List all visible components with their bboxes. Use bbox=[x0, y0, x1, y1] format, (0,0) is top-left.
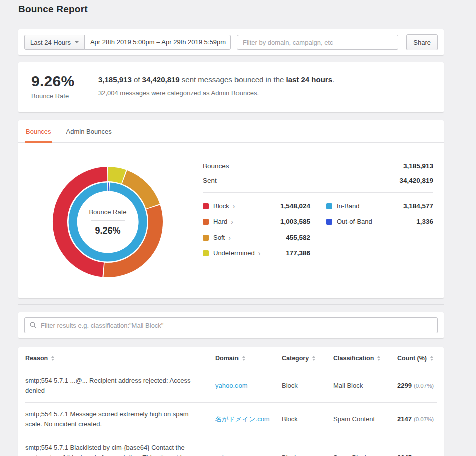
donut-segment-in-band[interactable] bbox=[73, 187, 143, 257]
chevron-right-icon[interactable]: › bbox=[231, 218, 233, 225]
domain-link[interactable]: 名がドメイン.com bbox=[215, 415, 270, 423]
classification-cell: Spam Block bbox=[333, 453, 397, 456]
chevron-right-icon[interactable]: › bbox=[233, 203, 235, 210]
legend-item-out-of-band: Out-of-Band 1,336 bbox=[326, 214, 433, 230]
date-range-field[interactable]: Apr 28th 2019 5:00pm – Apr 29th 2019 5:5… bbox=[84, 35, 231, 50]
column-header-classification[interactable]: Classification bbox=[333, 355, 397, 362]
chart-section: Bounce Rate 9.26% Bounces 3,185,913 Sent… bbox=[18, 143, 444, 298]
share-button[interactable]: Share bbox=[406, 34, 438, 50]
chevron-right-icon[interactable]: › bbox=[228, 234, 231, 241]
block-swatch bbox=[203, 203, 209, 209]
count-cell: 2299(0.07%) bbox=[397, 381, 437, 391]
bounce-donut-chart[interactable]: Bounce Rate 9.26% bbox=[52, 166, 164, 278]
date-range-preset-button[interactable]: Last 24 Hours bbox=[24, 35, 85, 50]
reason-cell: smtp;554 5.7.1 Blacklisted by cim-{base6… bbox=[25, 443, 215, 456]
table-row: smtp;554 5.7.1 Blacklisted by cim-{base6… bbox=[25, 436, 437, 456]
out-of-band-swatch bbox=[326, 219, 332, 225]
sort-icon[interactable] bbox=[51, 356, 54, 361]
sent-total-row: Sent 34,420,819 bbox=[203, 173, 433, 188]
donut-segment-undetermined[interactable] bbox=[108, 174, 124, 177]
category-legend: Block › 1,548,024 Hard › 1,003,585 bbox=[203, 198, 310, 261]
category-cell: Block bbox=[282, 381, 333, 391]
classification-cell: Mail Block bbox=[333, 381, 397, 391]
sort-icon[interactable] bbox=[312, 356, 315, 361]
tab-admin-bounces[interactable]: Admin Bounces bbox=[66, 120, 112, 143]
sort-icon[interactable] bbox=[242, 356, 245, 361]
hard-swatch bbox=[203, 219, 209, 225]
report-toolbar: Last 24 Hours Apr 28th 2019 5:00pm – Apr… bbox=[18, 29, 444, 55]
legend-item-in-band: In-Band 3,184,577 bbox=[326, 198, 433, 214]
date-range-preset-label: Last 24 Hours bbox=[30, 39, 71, 46]
table-header-row: Reason Domain Category Classification Co… bbox=[25, 347, 437, 369]
soft-swatch bbox=[203, 235, 209, 241]
domain-cell: 名がドメイン.com bbox=[215, 414, 282, 424]
bounce-rate-label: Bounce Rate bbox=[31, 92, 98, 100]
sort-icon[interactable] bbox=[430, 356, 433, 361]
count-cell: 2147(0.07%) bbox=[397, 414, 437, 424]
summary-line-1: 3,185,913 of 34,420,819 sent messages bo… bbox=[98, 75, 334, 84]
bounce-rate-block: 9.26% Bounce Rate bbox=[31, 73, 98, 100]
chart-legend: Bounces 3,185,913 Sent 34,420,819 Block … bbox=[203, 159, 433, 278]
category-cell: Block bbox=[282, 414, 333, 424]
column-header-count[interactable]: Count (%) bbox=[397, 355, 437, 362]
legend-grid: Block › 1,548,024 Hard › 1,003,585 bbox=[203, 198, 433, 261]
admin-bounces-line: 32,004 messages were categorized as Admi… bbox=[98, 89, 334, 97]
reason-cell: smtp;554 5.7.1 Message scored extremely … bbox=[25, 409, 215, 429]
count-cell: 2045(0.06%) bbox=[397, 453, 437, 456]
results-filter-input[interactable] bbox=[24, 317, 438, 333]
undetermined-swatch bbox=[203, 250, 209, 256]
legend-item-undetermined[interactable]: Undetermined › 177,386 bbox=[203, 245, 310, 261]
type-legend: In-Band 3,184,577 Out-of-Band 1,336 bbox=[326, 198, 433, 261]
tab-bounces[interactable]: Bounces bbox=[25, 120, 52, 143]
page-title: Bounce Report bbox=[18, 0, 444, 15]
column-header-category[interactable]: Category bbox=[282, 355, 333, 362]
bounces-panel: Bounces Admin Bounces Bounce Rate 9.26% … bbox=[18, 120, 444, 298]
results-filter-panel bbox=[18, 312, 444, 338]
table-row: smtp;554 5.7.1 ...@... Recipient address… bbox=[25, 369, 437, 403]
bounced-count: 3,185,913 bbox=[98, 75, 132, 84]
search-icon bbox=[30, 322, 36, 328]
classification-cell: Spam Content bbox=[333, 414, 397, 424]
legend-item-hard[interactable]: Hard › 1,003,585 bbox=[203, 214, 310, 230]
domain-link[interactable]: yahoo.com bbox=[215, 454, 248, 456]
domain-cell: yahoo.com bbox=[215, 381, 282, 391]
in-band-swatch bbox=[326, 203, 332, 209]
table-row: smtp;554 5.7.1 Message scored extremely … bbox=[25, 403, 437, 436]
bounce-reasons-table: Reason Domain Category Classification Co… bbox=[18, 347, 444, 456]
bounce-rate-value: 9.26% bbox=[31, 73, 98, 90]
category-cell: Block bbox=[282, 453, 333, 456]
reason-cell: smtp;554 5.7.1 ...@... Recipient address… bbox=[25, 376, 215, 396]
tab-bar: Bounces Admin Bounces bbox=[18, 120, 444, 143]
legend-item-soft[interactable]: Soft › 455,582 bbox=[203, 230, 310, 245]
domain-campaign-filter-input[interactable] bbox=[237, 35, 398, 50]
caret-down-icon bbox=[75, 41, 79, 43]
sort-icon[interactable] bbox=[377, 356, 380, 361]
legend-item-block[interactable]: Block › 1,548,024 bbox=[203, 198, 310, 214]
bounces-total-row: Bounces 3,185,913 bbox=[203, 159, 433, 173]
section-divider bbox=[18, 304, 444, 305]
domain-link[interactable]: yahoo.com bbox=[215, 382, 248, 389]
chevron-right-icon[interactable]: › bbox=[258, 250, 261, 257]
column-header-reason[interactable]: Reason bbox=[25, 355, 215, 362]
bounce-summary-panel: 9.26% Bounce Rate 3,185,913 of 34,420,81… bbox=[18, 62, 444, 112]
sent-count: 34,420,819 bbox=[142, 75, 180, 84]
column-header-domain[interactable]: Domain bbox=[215, 355, 282, 362]
summary-text: 3,185,913 of 34,420,819 sent messages bo… bbox=[98, 73, 334, 100]
domain-cell: yahoo.com bbox=[215, 453, 282, 456]
chart-totals: Bounces 3,185,913 Sent 34,420,819 bbox=[203, 159, 433, 193]
donut-rings[interactable] bbox=[52, 166, 164, 278]
